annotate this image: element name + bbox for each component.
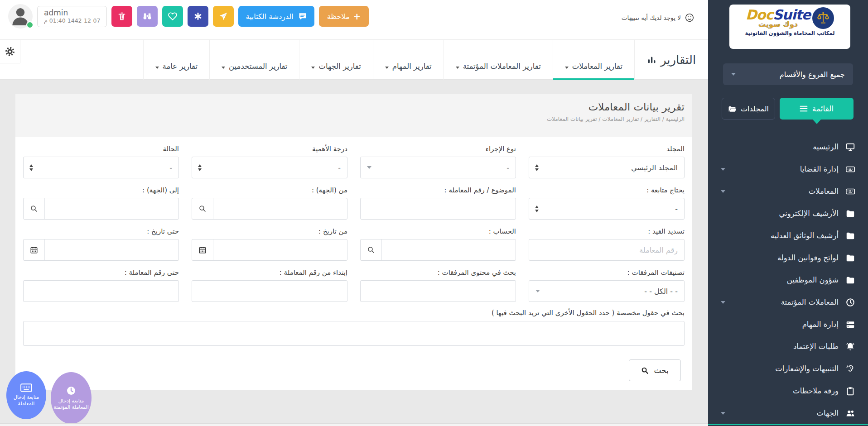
settings-button[interactable] — [0, 40, 20, 63]
search-icon-button[interactable] — [192, 198, 213, 219]
from-number-input[interactable] — [192, 281, 347, 302]
chat-button[interactable]: الدردشة الكتابية — [238, 6, 314, 27]
sidebar-accent-line — [708, 424, 868, 425]
search-icon — [367, 246, 375, 254]
binoculars-button[interactable] — [137, 6, 158, 27]
tab-users-reports[interactable]: تقارير المستخدمين — [209, 40, 299, 80]
needs-followup-select-value: - — [545, 205, 684, 213]
sidebar-item-judicial-documents-archive[interactable]: أرشيف الوثائق العدليه — [708, 225, 868, 247]
menu-toggle-button[interactable]: القائمة — [780, 98, 854, 120]
report-tabs: تقارير المعاملات تقارير المعاملات المؤتم… — [143, 40, 634, 80]
clock-icon — [845, 297, 855, 307]
sidebar-item-label: المعاملات — [809, 187, 839, 196]
modules-button[interactable] — [188, 6, 208, 27]
logo-subtitle: لمكاتب المحاماة والشؤون القانونية — [734, 30, 846, 36]
from-entity-input[interactable] — [213, 198, 347, 219]
needs-followup-select[interactable]: - — [529, 198, 685, 220]
add-note-button[interactable]: + ملاحظة — [319, 6, 369, 27]
sidebar-item-employee-affairs[interactable]: شؤون الموظفين — [708, 269, 868, 291]
clock-icon — [66, 385, 77, 396]
tab-label: تقارير المستخدمين — [229, 62, 287, 71]
sidebar-item-entities[interactable]: الجهات — [708, 402, 868, 424]
tab-tasks-reports[interactable]: تقارير المهام — [373, 40, 444, 80]
attachment-content-input[interactable] — [361, 281, 516, 302]
attachment-categories-select[interactable]: - - الكل - - — [529, 280, 685, 302]
folder-icon — [845, 231, 855, 241]
field-from-entity: من (الجهة) : — [192, 186, 347, 220]
avatar[interactable] — [8, 4, 33, 29]
datetime: 1442-12-07 01:40 م — [44, 17, 100, 24]
search-button[interactable]: بحث — [629, 359, 681, 381]
reports-tab-bar: التقارير تقارير المعاملات تقارير المعامل… — [0, 40, 708, 80]
entry-payment-input[interactable] — [529, 239, 684, 260]
favorites-button[interactable] — [162, 6, 183, 27]
to-number-input[interactable] — [24, 281, 178, 302]
account-input[interactable] — [382, 239, 516, 260]
sidebar-item-alerts-notifications[interactable]: التنبيهات والإشعارات — [708, 358, 868, 380]
field-from-date: من تاريخ : — [192, 227, 347, 261]
subject-input-wrap — [360, 198, 516, 220]
subject-input[interactable] — [361, 198, 516, 219]
trash-button[interactable] — [111, 6, 132, 27]
follow-auto-entry-label: متابعة إدخال المعاملة المؤتمتة — [51, 398, 92, 411]
follow-entry-button[interactable]: متابعة إدخال المعاملة — [6, 371, 46, 419]
search-icon-button[interactable] — [24, 198, 45, 219]
tab-transactions-reports[interactable]: تقارير المعاملات — [553, 40, 634, 80]
field-attachment-categories: تصنيفات المرفقات : - - الكل - - — [529, 268, 685, 302]
to-entity-input[interactable] — [45, 198, 178, 219]
to-date-input[interactable] — [45, 239, 178, 260]
tab-entities-reports[interactable]: تقارير الجهات — [299, 40, 372, 80]
from-date-input[interactable] — [213, 239, 347, 260]
branches-dropdown[interactable]: جميع الفروع والأقسام — [723, 63, 853, 85]
calendar-icon-button[interactable] — [192, 239, 213, 260]
status-select[interactable]: - — [23, 157, 179, 178]
sidebar-item-case-management[interactable]: إدارة القضايا — [708, 158, 868, 180]
to-entity-group — [23, 198, 179, 220]
sidebar-item-label: المعاملات المؤتمتة — [781, 298, 839, 306]
sidebar-item-notes-sheet[interactable]: ورقة ملاحظات — [708, 380, 868, 402]
tasks-icon — [845, 320, 855, 330]
from-entity-group — [192, 198, 347, 220]
sidebar-item-label: إدارة المهام — [802, 320, 839, 329]
field-status: الحالة - — [23, 145, 179, 178]
footer-strip — [0, 423, 708, 426]
hamburger-icon — [800, 105, 808, 112]
calendar-icon-button[interactable] — [24, 239, 45, 260]
keyboard-icon — [845, 187, 855, 196]
sidebar-item-label: الجهات — [817, 409, 839, 417]
chevron-down-icon — [721, 190, 725, 193]
search-icon-button[interactable] — [361, 239, 382, 260]
send-button[interactable] — [213, 6, 234, 27]
sidebar-item-automated-transactions[interactable]: المعاملات المؤتمتة — [708, 291, 868, 313]
tab-general-reports[interactable]: تقارير عامة — [143, 40, 209, 80]
custom-search-textarea[interactable] — [23, 321, 685, 346]
importance-label: درجة الأهمية — [192, 145, 347, 153]
sidebar-item-label: ورقة ملاحظات — [793, 387, 839, 395]
follow-auto-entry-button[interactable]: متابعة إدخال المعاملة المؤتمتة — [51, 372, 92, 424]
sidebar-item-electronic-archive[interactable]: الأرشيف الإلكتروني — [708, 202, 868, 225]
app-logo[interactable]: DocSuite دوك سويت لمكاتب المحاماة والشؤو… — [729, 5, 850, 49]
sidebar-item-home[interactable]: الرئيسية — [708, 136, 868, 158]
folder-select[interactable]: المجلد الرئيسي — [529, 157, 685, 178]
sidebar-item-state-laws[interactable]: لوائح وقوانين الدولة — [708, 247, 868, 269]
folders-button-label: المجلدات — [741, 105, 769, 113]
tab-automated-transactions-reports[interactable]: تقارير المعاملات المؤتمتة — [444, 40, 553, 80]
folders-toggle-button[interactable]: المجلدات — [722, 98, 775, 120]
importance-select[interactable]: - — [192, 157, 347, 178]
bell-icon — [845, 342, 855, 352]
search-icon — [30, 205, 38, 213]
sidebar-item-transactions[interactable]: المعاملات — [708, 180, 868, 202]
chevron-down-icon — [731, 73, 736, 76]
custom-search-label: بحث في حقول مخصصة ( حدد الحقول الأخرى ال… — [23, 309, 685, 317]
report-title: تقرير بيانات المعاملات — [23, 101, 685, 113]
field-from-number: إبتداء من رقم المعاملة : — [192, 268, 347, 302]
user-info-box[interactable]: admin 1442-12-07 01:40 م — [37, 6, 107, 27]
sidebar-item-approval-requests[interactable]: طلبات الإعتماد — [708, 335, 868, 358]
custom-search-row: بحث في حقول مخصصة ( حدد الحقول الأخرى ال… — [15, 302, 692, 348]
sidebar-item-task-management[interactable]: إدارة المهام — [708, 313, 868, 335]
action-type-select[interactable]: - — [360, 157, 516, 178]
field-subject: الموضوع / رقم المعاملة : — [360, 186, 516, 220]
bar-chart-icon — [647, 55, 657, 65]
select-arrows-icon — [529, 206, 545, 212]
field-needs-followup: يحتاج متابعة : - — [529, 186, 685, 220]
